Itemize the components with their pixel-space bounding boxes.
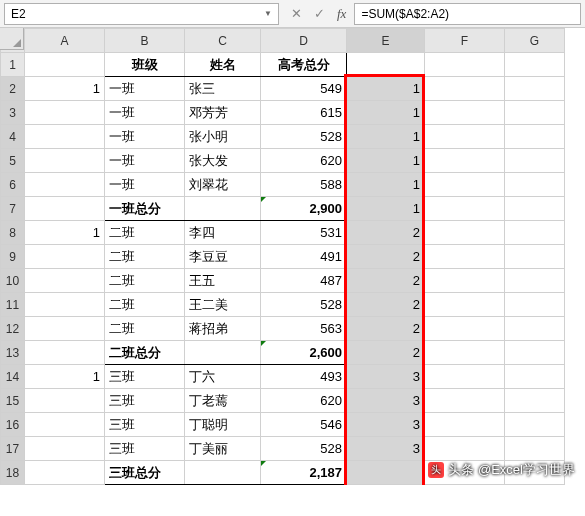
cell[interactable]: 1 bbox=[25, 221, 105, 245]
row-header[interactable]: 7 bbox=[1, 197, 25, 221]
chevron-down-icon[interactable]: ▼ bbox=[264, 9, 272, 18]
cell[interactable] bbox=[505, 173, 565, 197]
row-header[interactable]: 6 bbox=[1, 173, 25, 197]
cell[interactable]: 三班 bbox=[105, 365, 185, 389]
cell[interactable] bbox=[505, 245, 565, 269]
cell[interactable]: 二班 bbox=[105, 221, 185, 245]
cell[interactable]: 531 bbox=[261, 221, 347, 245]
cell[interactable] bbox=[425, 101, 505, 125]
cell[interactable] bbox=[185, 461, 261, 485]
cell[interactable]: 2 bbox=[347, 317, 425, 341]
cell[interactable]: 一班 bbox=[105, 101, 185, 125]
cell[interactable]: 1 bbox=[347, 125, 425, 149]
row-header[interactable]: 2 bbox=[1, 77, 25, 101]
row-header[interactable]: 16 bbox=[1, 413, 25, 437]
cell[interactable] bbox=[505, 149, 565, 173]
cell[interactable]: 528 bbox=[261, 293, 347, 317]
cell[interactable] bbox=[25, 101, 105, 125]
cell[interactable]: 丁六 bbox=[185, 365, 261, 389]
cell[interactable] bbox=[505, 389, 565, 413]
cell[interactable] bbox=[505, 437, 565, 461]
cell[interactable] bbox=[505, 221, 565, 245]
cell[interactable] bbox=[25, 149, 105, 173]
cell[interactable] bbox=[505, 269, 565, 293]
cell[interactable] bbox=[425, 245, 505, 269]
col-header-C[interactable]: C bbox=[185, 29, 261, 53]
cell[interactable]: 二班 bbox=[105, 245, 185, 269]
cell[interactable] bbox=[505, 341, 565, 365]
cell[interactable]: 刘翠花 bbox=[185, 173, 261, 197]
col-header-A[interactable]: A bbox=[25, 29, 105, 53]
cell[interactable]: 588 bbox=[261, 173, 347, 197]
cell[interactable]: 3 bbox=[347, 389, 425, 413]
cell[interactable]: 1 bbox=[25, 77, 105, 101]
cell[interactable]: 549 bbox=[261, 77, 347, 101]
cell[interactable] bbox=[25, 125, 105, 149]
confirm-icon[interactable]: ✓ bbox=[314, 6, 325, 21]
row-header[interactable]: 17 bbox=[1, 437, 25, 461]
cell[interactable]: 一班 bbox=[105, 149, 185, 173]
cell[interactable] bbox=[425, 389, 505, 413]
cell[interactable]: 姓名 bbox=[185, 53, 261, 77]
cell[interactable] bbox=[505, 197, 565, 221]
cell[interactable]: 三班总分 bbox=[105, 461, 185, 485]
cell[interactable]: 487 bbox=[261, 269, 347, 293]
cell[interactable]: 二班 bbox=[105, 269, 185, 293]
cell[interactable]: 二班总分 bbox=[105, 341, 185, 365]
cell[interactable] bbox=[425, 149, 505, 173]
cell[interactable]: 1 bbox=[347, 197, 425, 221]
cell[interactable]: 2 bbox=[347, 221, 425, 245]
cell[interactable]: 620 bbox=[261, 389, 347, 413]
col-header-F[interactable]: F bbox=[425, 29, 505, 53]
col-header-B[interactable]: B bbox=[105, 29, 185, 53]
cell[interactable] bbox=[505, 293, 565, 317]
cell[interactable] bbox=[25, 293, 105, 317]
cell[interactable]: 张大发 bbox=[185, 149, 261, 173]
grid-table[interactable]: A B C D E F G 1班级姓名高考总分21一班张三54913一班邓芳芳6… bbox=[0, 28, 565, 485]
cell[interactable]: 丁美丽 bbox=[185, 437, 261, 461]
cell[interactable]: 2,900 bbox=[261, 197, 347, 221]
cell[interactable] bbox=[425, 197, 505, 221]
cell[interactable] bbox=[505, 317, 565, 341]
cell[interactable]: 丁聪明 bbox=[185, 413, 261, 437]
cell[interactable] bbox=[25, 413, 105, 437]
row-header[interactable]: 13 bbox=[1, 341, 25, 365]
cell[interactable]: 1 bbox=[347, 77, 425, 101]
col-header-E[interactable]: E bbox=[347, 29, 425, 53]
cell[interactable]: 二班 bbox=[105, 293, 185, 317]
row-header[interactable]: 12 bbox=[1, 317, 25, 341]
cell[interactable]: 一班 bbox=[105, 77, 185, 101]
row-header[interactable]: 14 bbox=[1, 365, 25, 389]
cell[interactable] bbox=[425, 269, 505, 293]
cell[interactable]: 班级 bbox=[105, 53, 185, 77]
cell[interactable]: 李豆豆 bbox=[185, 245, 261, 269]
cell[interactable] bbox=[25, 173, 105, 197]
cell[interactable]: 620 bbox=[261, 149, 347, 173]
cell[interactable]: 563 bbox=[261, 317, 347, 341]
cell[interactable]: 三班 bbox=[105, 389, 185, 413]
cancel-icon[interactable]: ✕ bbox=[291, 6, 302, 21]
cell[interactable]: 邓芳芳 bbox=[185, 101, 261, 125]
cell[interactable]: 蒋招弟 bbox=[185, 317, 261, 341]
cell[interactable]: 2 bbox=[347, 245, 425, 269]
cell[interactable] bbox=[25, 245, 105, 269]
cell[interactable]: 李四 bbox=[185, 221, 261, 245]
cell[interactable] bbox=[425, 53, 505, 77]
cell[interactable] bbox=[25, 53, 105, 77]
row-header[interactable]: 5 bbox=[1, 149, 25, 173]
cell[interactable] bbox=[425, 365, 505, 389]
cell[interactable] bbox=[425, 77, 505, 101]
cell[interactable] bbox=[425, 173, 505, 197]
cell[interactable]: 546 bbox=[261, 413, 347, 437]
cell[interactable] bbox=[425, 413, 505, 437]
cell[interactable]: 三班 bbox=[105, 437, 185, 461]
row-header[interactable]: 1 bbox=[1, 53, 25, 77]
cell[interactable] bbox=[25, 461, 105, 485]
cell[interactable]: 丁老蔫 bbox=[185, 389, 261, 413]
cell[interactable] bbox=[425, 293, 505, 317]
cell[interactable]: 3 bbox=[347, 437, 425, 461]
cell[interactable]: 张小明 bbox=[185, 125, 261, 149]
cell[interactable]: 1 bbox=[25, 365, 105, 389]
cell[interactable]: 1 bbox=[347, 101, 425, 125]
cell[interactable] bbox=[505, 77, 565, 101]
